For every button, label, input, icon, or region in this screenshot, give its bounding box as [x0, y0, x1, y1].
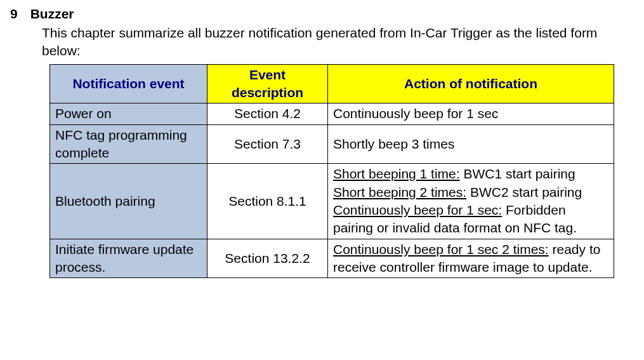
- cell-event: NFC tag programming complete: [50, 124, 207, 164]
- col-header-action: Action of notification: [328, 64, 614, 103]
- section-title: Buzzer: [30, 6, 74, 22]
- table-row: Bluetooth pairing Section 8.1.1 Short be…: [50, 164, 614, 239]
- action-text: BWC2 start pairing: [466, 185, 582, 199]
- cell-desc: Section 7.3: [207, 124, 328, 164]
- underline-text: Continuously beep for 1 sec 2 times:: [333, 242, 549, 257]
- cell-event: Power on: [50, 103, 207, 124]
- underline-text: Short beeping 1 time:: [333, 166, 460, 181]
- cell-action: Continuously beep for 1 sec 2 times: rea…: [328, 239, 614, 278]
- action-text: BWC1 start pairing: [460, 166, 575, 181]
- underline-text: Short beeping 2 times:: [333, 185, 466, 199]
- section-heading: 9 Buzzer: [10, 6, 612, 22]
- cell-desc: Section 13.2.2: [207, 239, 328, 278]
- table-row: Power on Section 4.2 Continuously beep f…: [50, 103, 614, 124]
- table-header-row: Notification event Event description Act…: [50, 64, 614, 103]
- underline-text: Continuously beep for 1 sec:: [333, 203, 502, 217]
- cell-action: Short beeping 1 time: BWC1 start pairing…: [328, 164, 614, 239]
- cell-event: Bluetooth pairing: [50, 164, 207, 239]
- col-header-desc: Event description: [207, 64, 328, 103]
- cell-action: Shortly beep 3 times: [328, 124, 614, 164]
- cell-desc: Section 4.2: [207, 103, 328, 124]
- buzzer-table: Notification event Event description Act…: [49, 64, 614, 279]
- intro-text: This chapter summarize all buzzer notifi…: [42, 24, 612, 60]
- section-number: 9: [10, 6, 18, 22]
- cell-action: Continuously beep for 1 sec: [328, 103, 614, 124]
- table-row: NFC tag programming complete Section 7.3…: [50, 124, 614, 164]
- table-row: Initiate firmware update process. Sectio…: [50, 239, 614, 278]
- cell-event: Initiate firmware update process.: [50, 239, 207, 278]
- cell-desc: Section 8.1.1: [207, 164, 328, 239]
- col-header-event: Notification event: [50, 64, 207, 103]
